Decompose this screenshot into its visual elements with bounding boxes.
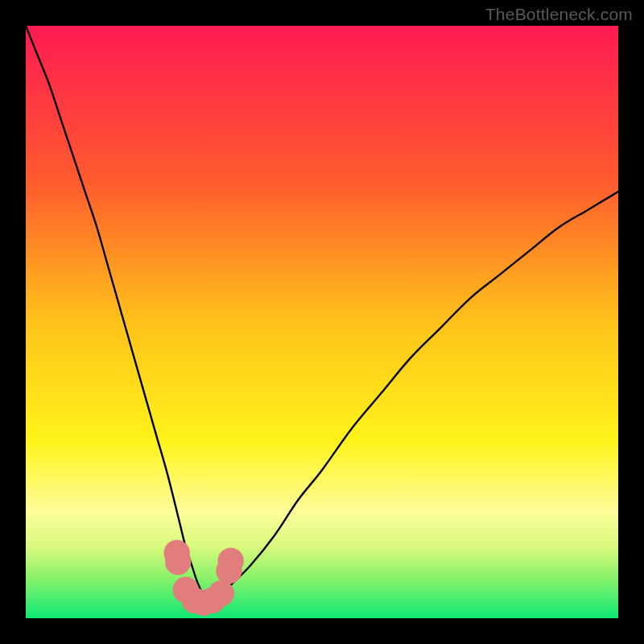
highlight-dot <box>165 549 191 575</box>
highlight-dot <box>217 547 243 573</box>
highlight-dot <box>208 580 234 606</box>
watermark-text: TheBottleneck.com <box>485 5 633 24</box>
chart-svg <box>26 26 618 618</box>
gradient-background <box>26 26 618 618</box>
plot-area <box>26 26 618 618</box>
outer-frame: TheBottleneck.com <box>0 0 644 644</box>
